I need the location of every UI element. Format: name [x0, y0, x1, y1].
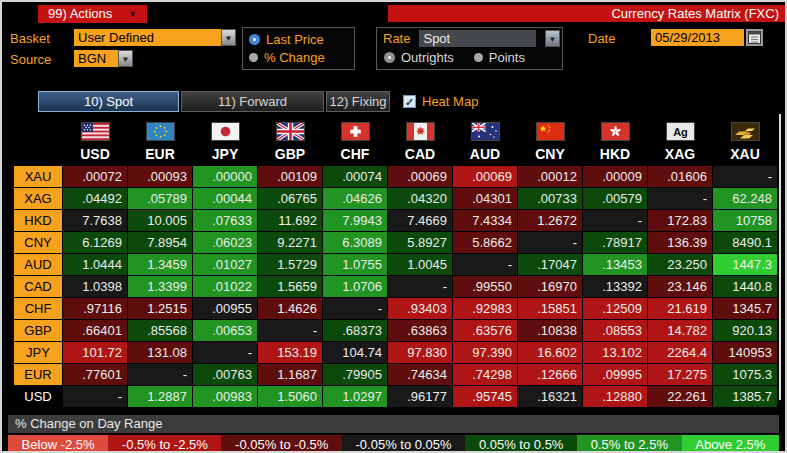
tab-11-forward[interactable]: 11) Forward — [181, 91, 324, 112]
matrix-cell[interactable]: .12880 — [583, 386, 647, 407]
matrix-cell[interactable]: 140953 — [713, 342, 777, 363]
matrix-cell[interactable]: 131.08 — [128, 342, 192, 363]
heat-map-toggle[interactable]: ✓ Heat Map — [403, 94, 478, 109]
matrix-cell[interactable]: 920.13 — [713, 320, 777, 341]
matrix-cell[interactable]: .04626 — [323, 188, 387, 209]
matrix-cell[interactable]: 16.602 — [518, 342, 582, 363]
matrix-cell[interactable]: 1.0297 — [323, 386, 387, 407]
matrix-cell[interactable]: 1.3459 — [128, 254, 192, 275]
matrix-cell[interactable]: .01022 — [193, 276, 257, 297]
matrix-cell[interactable]: .12509 — [583, 298, 647, 319]
matrix-cell[interactable]: .00000 — [193, 166, 257, 187]
basket-select[interactable]: User Defined — [74, 29, 221, 46]
matrix-cell[interactable]: 97.390 — [453, 342, 517, 363]
matrix-cell[interactable]: 7.4334 — [453, 210, 517, 231]
radio-outrights[interactable]: Outrights — [384, 50, 454, 65]
matrix-cell[interactable]: .10838 — [518, 320, 582, 341]
matrix-cell[interactable]: .68373 — [323, 320, 387, 341]
matrix-cell[interactable]: 13.102 — [583, 342, 647, 363]
matrix-cell[interactable]: 23.250 — [648, 254, 712, 275]
matrix-cell[interactable]: 1.1687 — [258, 364, 322, 385]
matrix-cell[interactable]: 1.5729 — [258, 254, 322, 275]
matrix-cell[interactable]: 1345.7 — [713, 298, 777, 319]
matrix-cell[interactable]: .92983 — [453, 298, 517, 319]
radio-last-price[interactable]: Last Price — [249, 32, 348, 47]
matrix-cell[interactable]: 8490.1 — [713, 232, 777, 253]
matrix-cell[interactable]: 1440.8 — [713, 276, 777, 297]
matrix-cell[interactable]: 1.0398 — [63, 276, 127, 297]
matrix-cell[interactable]: .00072 — [63, 166, 127, 187]
matrix-cell[interactable]: 1.0444 — [63, 254, 127, 275]
matrix-cell[interactable]: .77601 — [63, 364, 127, 385]
matrix-cell[interactable]: .17047 — [518, 254, 582, 275]
matrix-cell[interactable]: 62.248 — [713, 188, 777, 209]
matrix-cell[interactable]: .00579 — [583, 188, 647, 209]
matrix-cell[interactable]: 10758 — [713, 210, 777, 231]
matrix-cell[interactable]: - — [128, 364, 192, 385]
matrix-cell[interactable]: .85568 — [128, 320, 192, 341]
radio-points[interactable]: Points — [474, 50, 525, 65]
matrix-cell[interactable]: 17.275 — [648, 364, 712, 385]
actions-button[interactable]: 99) Actions ▼ — [38, 5, 147, 23]
matrix-cell[interactable]: - — [63, 386, 127, 407]
matrix-cell[interactable]: .16321 — [518, 386, 582, 407]
matrix-cell[interactable]: 1385.7 — [713, 386, 777, 407]
matrix-cell[interactable]: .06765 — [258, 188, 322, 209]
matrix-cell[interactable]: - — [518, 232, 582, 253]
matrix-cell[interactable]: - — [193, 342, 257, 363]
matrix-cell[interactable]: .00074 — [323, 166, 387, 187]
matrix-cell[interactable]: 136.39 — [648, 232, 712, 253]
matrix-cell[interactable]: 22.261 — [648, 386, 712, 407]
matrix-cell[interactable]: .04320 — [388, 188, 452, 209]
matrix-cell[interactable]: .00069 — [453, 166, 517, 187]
matrix-cell[interactable]: .12666 — [518, 364, 582, 385]
matrix-cell[interactable]: .06023 — [193, 232, 257, 253]
matrix-cell[interactable]: 1.5659 — [258, 276, 322, 297]
source-dropdown-icon[interactable]: ▼ — [118, 50, 133, 67]
matrix-cell[interactable]: 21.619 — [648, 298, 712, 319]
matrix-cell[interactable]: - — [583, 210, 647, 231]
matrix-cell[interactable]: .00012 — [518, 166, 582, 187]
matrix-cell[interactable]: .16970 — [518, 276, 582, 297]
matrix-cell[interactable]: 2264.4 — [648, 342, 712, 363]
tab-12-fixing[interactable]: 12) Fixing — [326, 91, 390, 112]
matrix-cell[interactable]: .97116 — [63, 298, 127, 319]
matrix-cell[interactable]: .78917 — [583, 232, 647, 253]
matrix-cell[interactable]: 1.3399 — [128, 276, 192, 297]
date-input[interactable]: 05/29/2013 — [651, 29, 744, 46]
matrix-cell[interactable]: 10.005 — [128, 210, 192, 231]
matrix-cell[interactable]: 6.1269 — [63, 232, 127, 253]
matrix-cell[interactable]: 5.8927 — [388, 232, 452, 253]
matrix-cell[interactable]: 7.4669 — [388, 210, 452, 231]
matrix-cell[interactable]: .00983 — [193, 386, 257, 407]
matrix-cell[interactable]: 6.3089 — [323, 232, 387, 253]
matrix-cell[interactable]: .00733 — [518, 188, 582, 209]
matrix-cell[interactable]: .66401 — [63, 320, 127, 341]
matrix-cell[interactable]: 1.0045 — [388, 254, 452, 275]
matrix-cell[interactable]: 97.830 — [388, 342, 452, 363]
matrix-cell[interactable]: .00653 — [193, 320, 257, 341]
matrix-cell[interactable]: 9.2271 — [258, 232, 322, 253]
matrix-cell[interactable]: .00109 — [258, 166, 322, 187]
matrix-cell[interactable]: 7.9943 — [323, 210, 387, 231]
matrix-cell[interactable]: - — [388, 276, 452, 297]
matrix-cell[interactable]: .74634 — [388, 364, 452, 385]
matrix-cell[interactable]: 101.72 — [63, 342, 127, 363]
matrix-cell[interactable]: - — [453, 254, 517, 275]
matrix-cell[interactable]: .15851 — [518, 298, 582, 319]
matrix-cell[interactable]: 23.146 — [648, 276, 712, 297]
matrix-cell[interactable]: 1447.3 — [713, 254, 777, 275]
matrix-cell[interactable]: .07633 — [193, 210, 257, 231]
matrix-cell[interactable]: 7.7638 — [63, 210, 127, 231]
matrix-cell[interactable]: .00069 — [388, 166, 452, 187]
radio-change[interactable]: % Change — [249, 50, 348, 65]
matrix-cell[interactable]: 5.8662 — [453, 232, 517, 253]
matrix-cell[interactable]: .13453 — [583, 254, 647, 275]
tab-10-spot[interactable]: 10) Spot — [38, 91, 179, 112]
matrix-cell[interactable]: - — [713, 166, 777, 187]
matrix-cell[interactable]: 11.692 — [258, 210, 322, 231]
matrix-cell[interactable]: 1.2887 — [128, 386, 192, 407]
matrix-cell[interactable]: - — [323, 298, 387, 319]
matrix-cell[interactable]: 172.83 — [648, 210, 712, 231]
matrix-cell[interactable]: 7.8954 — [128, 232, 192, 253]
